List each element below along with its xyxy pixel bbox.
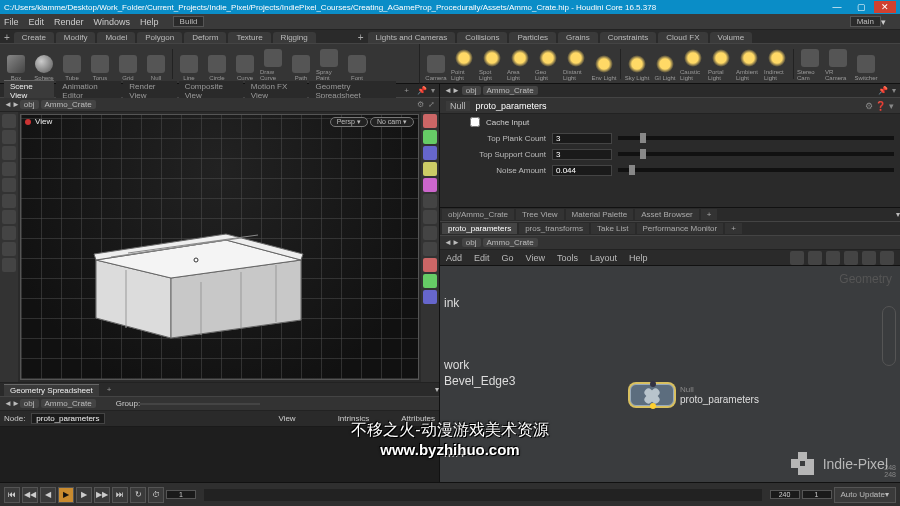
tool-sphere[interactable]: Sphere xyxy=(31,47,57,81)
nt-takelist[interactable]: Take List xyxy=(591,223,635,234)
net-menu-go[interactable]: Go xyxy=(502,253,514,263)
tool-curve[interactable]: Curve xyxy=(232,47,258,81)
menu-edit[interactable]: Edit xyxy=(29,17,45,27)
path-level[interactable]: obj xyxy=(20,100,39,109)
shelf-tab-constraints[interactable]: Constraints xyxy=(600,32,656,43)
col-attributes[interactable]: Attributes xyxy=(401,414,435,423)
param-value-2[interactable]: 0.044 xyxy=(552,165,612,176)
play-button[interactable]: ▶ xyxy=(58,487,74,503)
tool-circle[interactable]: Circle xyxy=(204,47,230,81)
tab-add-icon[interactable]: + xyxy=(398,85,415,96)
shelf-tab-cloudfx[interactable]: Cloud FX xyxy=(658,32,707,43)
shelf-tab-particles[interactable]: Particles xyxy=(509,32,556,43)
sheet-path-node[interactable]: Ammo_Crate xyxy=(41,399,96,408)
start-frame-field[interactable]: 1 xyxy=(166,490,196,499)
param-back-icon[interactable]: ◄ xyxy=(444,86,452,95)
axis-z-icon[interactable] xyxy=(423,290,437,304)
nt-treeview[interactable]: Tree View xyxy=(516,209,564,220)
shelf-tab-texture[interactable]: Texture xyxy=(228,32,270,43)
tool-line[interactable]: Line xyxy=(176,47,202,81)
net-menu-tools[interactable]: Tools xyxy=(557,253,578,263)
dropdown-icon[interactable]: ▾ xyxy=(881,17,886,27)
param-pin-icon[interactable]: 📌 xyxy=(878,86,888,95)
ghost-icon[interactable] xyxy=(423,242,437,256)
close-button[interactable]: ✕ xyxy=(874,1,896,13)
group-field[interactable] xyxy=(140,403,260,405)
net-menu-layout[interactable]: Layout xyxy=(590,253,617,263)
sel-mode-3-icon[interactable] xyxy=(423,146,437,160)
shelf-tab-polygon[interactable]: Polygon xyxy=(137,32,182,43)
menu-file[interactable]: File xyxy=(4,17,19,27)
col-intrinsics[interactable]: Intrinsics xyxy=(338,414,370,423)
inspect-tool-icon[interactable] xyxy=(2,242,16,256)
param-slider-1[interactable] xyxy=(618,152,894,156)
shelf-tab-volume[interactable]: Volume xyxy=(710,32,753,43)
tool-tube[interactable]: Tube xyxy=(59,47,85,81)
select-tool-icon[interactable] xyxy=(2,114,16,128)
tool-arealight[interactable]: Area Light xyxy=(507,47,533,81)
nt-assetbrowser[interactable]: Asset Browser xyxy=(635,209,699,220)
sheet-tab-add-icon[interactable]: + xyxy=(101,384,118,395)
step-fwd-button[interactable]: ▶ xyxy=(76,487,92,503)
tool-causticlight[interactable]: Caustic Light xyxy=(680,47,706,81)
path-expand-icon[interactable]: ⤢ xyxy=(428,100,435,109)
network-overview-icon[interactable] xyxy=(882,306,896,366)
param-path-node[interactable]: Ammo_Crate xyxy=(483,86,538,95)
realtime-button[interactable]: ⏱ xyxy=(148,487,164,503)
maximize-button[interactable]: ▢ xyxy=(850,1,872,13)
net-path-node[interactable]: Ammo_Crate xyxy=(483,238,538,247)
timeline[interactable] xyxy=(204,489,762,501)
menu-windows[interactable]: Windows xyxy=(94,17,131,27)
tool-geolight[interactable]: Geo Light xyxy=(535,47,561,81)
auto-update-button[interactable]: Auto Update ▾ xyxy=(834,487,896,503)
path-gear-icon[interactable]: ⚙ xyxy=(417,100,424,109)
tool-vrcam[interactable]: VR Camera xyxy=(825,47,851,81)
net-icon-6[interactable] xyxy=(880,251,894,265)
spreadsheet-body[interactable] xyxy=(0,427,439,482)
net-icon-5[interactable] xyxy=(862,251,876,265)
tool-ambientlight[interactable]: Ambient Light xyxy=(736,47,762,81)
sel-mode-1-icon[interactable] xyxy=(423,114,437,128)
disp-opt-icon[interactable] xyxy=(423,194,437,208)
tool-null[interactable]: Null xyxy=(143,47,169,81)
tool-portallight[interactable]: Portal Light xyxy=(708,47,734,81)
step-back-button[interactable]: ◀ xyxy=(40,487,56,503)
net-menu-help[interactable]: Help xyxy=(629,253,648,263)
tool-box[interactable]: Box xyxy=(3,47,29,81)
net-menu-edit[interactable]: Edit xyxy=(474,253,490,263)
shelf-tab-model[interactable]: Model xyxy=(97,32,135,43)
path-fwd-icon[interactable]: ► xyxy=(12,100,20,109)
param-path-level[interactable]: obj xyxy=(462,86,481,95)
shelf-tab-lights[interactable]: Lights and Cameras xyxy=(368,32,456,43)
net-icon-3[interactable] xyxy=(826,251,840,265)
net-icon-2[interactable] xyxy=(808,251,822,265)
param-gear-icon[interactable]: ⚙ ❓ ▾ xyxy=(865,101,894,111)
tool-distantlight[interactable]: Distant Light xyxy=(563,47,589,81)
shelf-tab-collisions[interactable]: Collisions xyxy=(457,32,507,43)
desktop-dropdown[interactable]: Build xyxy=(173,16,205,27)
shelf-tab-grains[interactable]: Grains xyxy=(558,32,598,43)
brush-tool-icon[interactable] xyxy=(2,194,16,208)
param-slider-0[interactable] xyxy=(618,136,894,140)
shaded-icon[interactable] xyxy=(423,226,437,240)
current-frame-field[interactable]: 1 xyxy=(802,490,832,499)
main-dropdown[interactable]: Main xyxy=(850,16,881,27)
tool-grid[interactable]: Grid xyxy=(115,47,141,81)
last-frame-button[interactable]: ⏭ xyxy=(112,487,128,503)
tool-envlight[interactable]: Env Light xyxy=(591,47,617,81)
net-menu-add[interactable]: Add xyxy=(446,253,462,263)
param-menu-icon[interactable]: ▾ xyxy=(892,86,896,95)
network-view[interactable]: Geometry ink work Bevel_Edge3 rm4 Null p… xyxy=(440,266,900,482)
tool-spray[interactable]: Spray Paint xyxy=(316,47,342,81)
shelf-add-icon-2[interactable]: + xyxy=(358,32,364,43)
param-fwd-icon[interactable]: ► xyxy=(452,86,460,95)
param-value-1[interactable]: 3 xyxy=(552,149,612,160)
pane-menu-icon[interactable]: ▾ xyxy=(431,86,435,95)
misc-tool-icon[interactable] xyxy=(2,258,16,272)
net-menu-view[interactable]: View xyxy=(526,253,545,263)
tool-path[interactable]: Path xyxy=(288,47,314,81)
shelf-add-icon[interactable]: + xyxy=(4,32,10,43)
net-fwd-icon[interactable]: ► xyxy=(452,238,460,247)
first-frame-button[interactable]: ⏮ xyxy=(4,487,20,503)
sel-mode-5-icon[interactable] xyxy=(423,178,437,192)
